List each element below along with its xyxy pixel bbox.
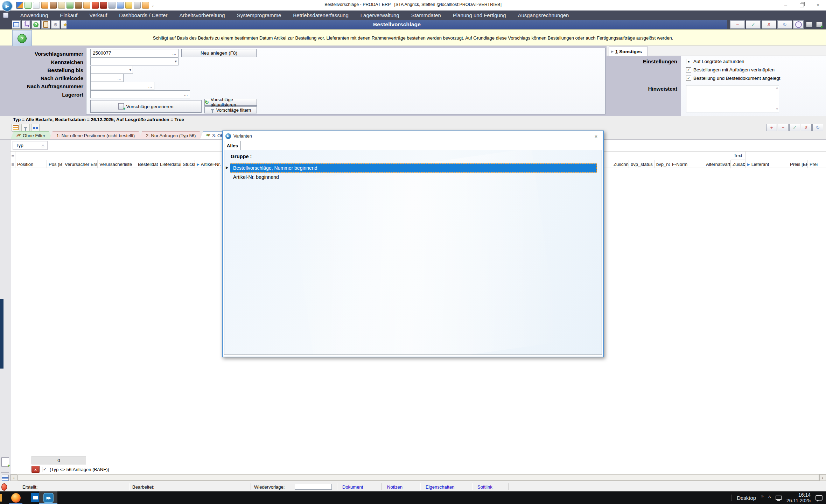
add-document-icon[interactable]: [1, 457, 9, 467]
layout-grid-button[interactable]: [12, 124, 20, 132]
dialog-title-bar[interactable]: ▶ Varianten: [223, 131, 603, 141]
checkbox-losgroesse[interactable]: ■ Auf Losgröße aufrunden: [686, 59, 744, 64]
delete-row-button[interactable]: −: [778, 124, 789, 131]
quick-access-icon[interactable]: [24, 2, 31, 9]
vorschlagsnummer-input[interactable]: …: [90, 49, 178, 57]
tab-nur-anfragen[interactable]: 2: Nur Anfragen (Typ 56): [139, 131, 203, 139]
help-tile-button[interactable]: ?: [12, 30, 32, 47]
kennzeichen-dropdown[interactable]: ▾: [90, 57, 178, 65]
quick-access-icon[interactable]: [50, 2, 57, 9]
neu-anlegen-button[interactable]: Neu anlegen (F8): [181, 49, 257, 57]
add-row-button[interactable]: +: [766, 124, 777, 131]
package-icon[interactable]: [806, 22, 812, 27]
menu-item-ausgangsrechnungen[interactable]: Ausgangsrechnungen: [518, 12, 569, 18]
row-menu-icon[interactable]: ≣: [10, 160, 15, 168]
prodat-logo-icon[interactable]: ▶: [2, 1, 13, 12]
reload-button[interactable]: ↻: [812, 124, 823, 131]
close-button[interactable]: ×: [810, 0, 826, 10]
horizontal-scrollbar[interactable]: ‹ ›: [10, 474, 826, 481]
variant-option-selected[interactable]: Bestellvorschläge, Nummer beginnend: [230, 163, 597, 173]
pinned-app-icon[interactable]: [0, 494, 2, 502]
quick-access-icon[interactable]: [142, 2, 149, 9]
column-header-bestelldatum[interactable]: Bestelldatu: [136, 160, 158, 168]
column-header-stueckliste[interactable]: Stückl: [181, 160, 195, 168]
dokument-link[interactable]: Dokument: [342, 484, 363, 490]
lookup-ellipsis-icon[interactable]: …: [172, 51, 177, 56]
column-header-artikel-nr[interactable]: ▶Artikel-Nr.: [195, 160, 222, 168]
cancel-button[interactable]: ✗: [762, 20, 776, 29]
filter-expression[interactable]: (Typ <> 56:Anfragen (BANF)): [50, 467, 109, 472]
quick-access-icon[interactable]: [108, 2, 115, 9]
chevron-down-icon[interactable]: ▾: [129, 68, 131, 72]
menu-item-betriebsdatenerfassung[interactable]: Betriebsdatenerfassung: [293, 12, 348, 18]
column-header-alternativartikel[interactable]: Alternativartil: [704, 160, 731, 168]
scroll-right-icon[interactable]: ›: [819, 474, 826, 481]
tab-sonstiges[interactable]: ▶ 1 Sonstiges: [609, 47, 648, 56]
quick-access-icon[interactable]: [125, 2, 132, 9]
network-icon[interactable]: [776, 496, 782, 500]
window-icon[interactable]: [3, 13, 8, 18]
menu-item-anwendung[interactable]: Anwendung: [20, 12, 48, 18]
filter-enabled-checkbox[interactable]: ✓: [42, 467, 47, 472]
scroll-left-icon[interactable]: ‹: [10, 474, 17, 481]
copy-button[interactable]: [22, 20, 30, 29]
confirm-button[interactable]: ✓: [746, 20, 761, 29]
tab-nur-offene-positionen[interactable]: 1: Nur offene Positionen (nicht bestellt…: [49, 131, 142, 139]
dialog-tab-alles[interactable]: Alles: [224, 141, 241, 150]
quick-access-icon[interactable]: [117, 2, 124, 9]
quick-access-icon[interactable]: [75, 2, 82, 9]
filter-button[interactable]: [21, 124, 30, 132]
chevrons-icon[interactable]: »: [761, 493, 763, 499]
scroll-up-icon[interactable]: ˄: [776, 86, 778, 90]
menu-item-einkauf[interactable]: Einkauf: [60, 12, 77, 18]
lookup-ellipsis-icon[interactable]: …: [184, 92, 188, 97]
taskbar-prodat-active[interactable]: ▶▶: [39, 491, 57, 504]
menu-item-dashboards[interactable]: Dashboards / Center: [119, 12, 167, 18]
eigenschaften-link[interactable]: Eigenschaften: [426, 484, 454, 490]
column-header-lieferant[interactable]: ▶Lieferant: [746, 160, 788, 168]
scroll-down-icon[interactable]: ˅: [776, 107, 778, 111]
discard-button[interactable]: ✗: [801, 124, 812, 131]
column-header-preis2[interactable]: Prei: [808, 160, 826, 168]
column-header-bvp-no[interactable]: bvp_no: [654, 160, 670, 168]
quick-access-icon[interactable]: [134, 2, 141, 9]
clock[interactable]: 16:14 26.11.2025: [786, 492, 811, 503]
vorschlaege-filtern-button[interactable]: Vorschläge filtern: [204, 106, 257, 113]
quick-access-icon[interactable]: [92, 2, 99, 9]
column-header-zusatztext[interactable]: Zusatztex: [731, 160, 746, 168]
clear-filter-button[interactable]: x: [31, 466, 40, 473]
menu-item-stammdaten[interactable]: Stammdaten: [411, 12, 441, 18]
help-button[interactable]: ?: [31, 20, 40, 29]
new-window-button[interactable]: [12, 20, 21, 29]
variant-option[interactable]: Artikel-Nr. beginnend: [230, 173, 597, 182]
band-header-text[interactable]: Text: [731, 152, 746, 160]
tab-ohne-filter[interactable]: x Ohne Filter: [10, 131, 52, 139]
column-header-verursacherliste[interactable]: Verursacherliste: [98, 160, 136, 168]
lookup-ellipsis-icon[interactable]: …: [117, 76, 122, 80]
group-by-chip[interactable]: Typ △: [13, 141, 48, 150]
column-header-position[interactable]: Position: [15, 160, 47, 168]
scrollbar-thumb[interactable]: [18, 475, 819, 481]
quick-access-icon[interactable]: [100, 2, 107, 9]
row-menu-icon[interactable]: ≣: [10, 152, 15, 160]
clipboard-button[interactable]: [41, 20, 50, 29]
collapsed-panel-tab[interactable]: [0, 299, 4, 369]
hinweistext-textarea[interactable]: ˄ ˅: [686, 85, 779, 112]
column-header-verursacher-erste[interactable]: Verursacher Erste: [63, 160, 98, 168]
search-button[interactable]: [31, 124, 40, 132]
nach-artikelcode-input[interactable]: …: [90, 74, 124, 82]
desktop-toolbar[interactable]: Desktop: [737, 495, 756, 501]
quick-access-icon[interactable]: [66, 2, 74, 9]
quick-access-icon[interactable]: [33, 2, 40, 9]
checkbox-bestellungen-verknuepfen[interactable]: ✓ Bestellungen mit Aufträgen verknüpfen: [686, 67, 775, 72]
quick-access-icon[interactable]: [58, 2, 65, 9]
column-header-lieferdatum[interactable]: Lieferdatur: [158, 160, 181, 168]
column-header-bvp-status[interactable]: bvp_status: [629, 160, 654, 168]
menu-item-planung-und-fertigung[interactable]: Planung und Fertigung: [453, 12, 506, 18]
notizen-link[interactable]: Notizen: [387, 484, 402, 490]
history-button[interactable]: [793, 20, 804, 29]
taskbar-firefox[interactable]: [8, 491, 24, 504]
refresh-button[interactable]: ↻: [777, 20, 792, 29]
column-header-pos-b[interactable]: Pos (B: [47, 160, 63, 168]
checkbox-bestelldokument-angelegt[interactable]: ✓ Bestellung und Bestelldokument angeleg…: [686, 76, 780, 81]
